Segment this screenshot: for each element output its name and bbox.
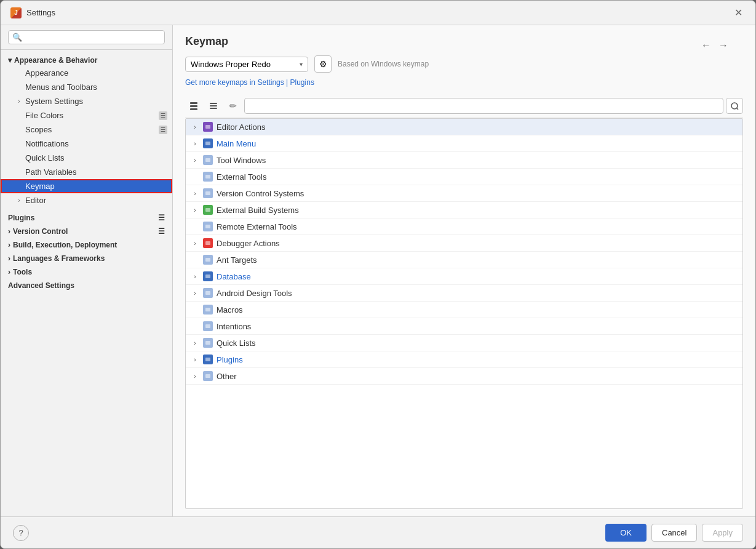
blue-folder-icon [203,138,213,148]
sidebar-item-label: Languages & Frameworks [13,254,105,263]
cancel-button[interactable]: Cancel [651,524,697,542]
keymap-row[interactable]: Ant Targets [186,252,742,268]
keymap-row[interactable]: Macros [186,302,742,318]
title-bar-left: J Settings [10,7,55,18]
sidebar-item-editor[interactable]: › Editor [1,193,172,207]
keymap-row[interactable]: ›Editor Actions [186,119,742,135]
folder-folder-icon [203,371,213,381]
sidebar-section-label: Appearance & Behavior [14,56,97,65]
settings-dialog: J Settings ✕ 🔍 ▾ Appearance & Behavior [0,0,756,549]
app-icon: J [10,7,22,18]
keymap-item-label: Editor Actions [217,122,738,132]
keymap-item-label: Other [217,372,738,381]
keymap-item-label: Main Menu [217,139,738,148]
main-content: Keymap ← → Windows Proper Redo ▾ ⚙ Based… [173,25,755,516]
chevron-down-icon: ▾ [8,56,12,65]
sidebar-item-appearance[interactable]: Appearance [1,66,172,80]
svg-rect-12 [205,191,210,195]
sidebar-item-system-settings[interactable]: › System Settings [1,94,172,108]
chevron-right-icon: › [8,254,10,263]
sidebar-item-label: File Colors [25,111,156,120]
sidebar-item-label: Appearance [25,68,167,78]
keymap-row[interactable]: ›Debugger Actions [186,235,742,252]
sidebar-item-label: Plugins [8,214,34,222]
sidebar-tree: ▾ Appearance & Behavior Appearance Menus… [1,50,172,516]
ok-button[interactable]: OK [605,524,647,542]
sidebar-item-build-execution[interactable]: › Build, Execution, Deployment [1,237,172,250]
find-shortcut-icon [730,102,739,110]
keymap-row[interactable]: ›Main Menu [186,135,742,152]
spacer [15,84,23,91]
keymap-row[interactable]: Remote External Tools [186,218,742,235]
svg-rect-4 [210,105,217,106]
badge-icon: ☰ [158,227,165,236]
sidebar-item-scopes[interactable]: Scopes ☰ [1,122,172,137]
nav-forward-button[interactable]: → [716,38,731,54]
svg-rect-0 [190,102,197,104]
folder-folder-icon [203,338,213,348]
close-button[interactable]: ✕ [731,6,746,20]
chevron-right-icon: › [191,239,199,247]
keymap-row[interactable]: ›Version Control Systems [186,185,742,202]
keymap-item-label: Tool Windows [217,156,738,165]
keymap-item-label: Intentions [217,322,738,331]
badge-icon: ☰ [159,111,167,120]
search-wrap[interactable]: 🔍 [8,30,165,44]
svg-rect-10 [205,158,210,162]
keymap-gear-button[interactable]: ⚙ [314,55,332,73]
sidebar-item-notifications[interactable]: Notifications [1,137,172,151]
sidebar-item-advanced-settings[interactable]: Advanced Settings [1,278,172,291]
keymap-row[interactable]: ›Tool Windows [186,152,742,169]
sidebar-item-keymap[interactable]: Keymap [1,179,172,193]
keymap-row[interactable]: ›Database [186,268,742,285]
badge-icon: ☰ [158,214,165,222]
sidebar-item-quick-lists[interactable]: Quick Lists [1,151,172,165]
sidebar-item-plugins[interactable]: Plugins ☰ [1,210,172,223]
blue-folder-icon [203,271,213,281]
help-button[interactable]: ? [13,525,29,541]
keymap-row[interactable]: External Tools [186,169,742,185]
keymap-row[interactable]: Intentions [186,318,742,335]
sidebar-item-languages-frameworks[interactable]: › Languages & Frameworks [1,250,172,264]
keymap-row[interactable]: ›External Build Systems [186,202,742,218]
spacer [15,70,23,77]
content-header: Keymap ← → Windows Proper Redo ▾ ⚙ Based… [173,25,755,118]
keymap-item-label: Quick Lists [217,339,738,348]
keymap-tree: ›Editor Actions›Main Menu›Tool Windows E… [185,118,743,509]
sidebar-item-menus-toolbars[interactable]: Menus and Toolbars [1,80,172,94]
sidebar-item-version-control[interactable]: › Version Control ☰ [1,223,172,237]
keymap-search-input[interactable] [244,98,723,114]
svg-rect-15 [205,241,210,245]
apply-button[interactable]: Apply [702,524,743,542]
keymap-row[interactable]: ›Quick Lists [186,335,742,351]
sidebar-search-input[interactable] [25,33,161,42]
based-on-label: Based on Windows keymap [338,60,429,68]
keymap-row[interactable]: ›Plugins [186,351,742,368]
sidebar-item-appearance-behavior[interactable]: ▾ Appearance & Behavior [1,52,172,66]
expand-all-button[interactable] [185,98,202,113]
keymap-item-label: Plugins [217,355,738,364]
sidebar-item-label: Notifications [25,139,167,148]
sidebar-item-path-variables[interactable]: Path Variables [1,165,172,179]
nav-back-button[interactable]: ← [699,38,714,54]
folder-folder-icon [203,172,213,182]
sidebar-item-tools[interactable]: › Tools [1,264,172,278]
chevron-right-icon: › [191,189,199,198]
find-shortcut-button[interactable] [726,98,743,114]
collapse-all-icon [209,102,218,110]
spacer [15,140,23,148]
collapse-all-button[interactable] [205,98,222,113]
edit-keymap-button[interactable]: ✏ [225,98,242,113]
chevron-spacer [191,222,199,231]
sidebar-item-file-colors[interactable]: File Colors ☰ [1,108,172,122]
get-more-link[interactable]: Get more keymaps in Settings | Plugins [185,78,314,87]
keymap-row[interactable]: ›Android Design Tools [186,285,742,302]
keymap-row[interactable]: ›Other [186,368,742,385]
chevron-right-icon: › [191,156,199,164]
chevron-right-icon: › [8,268,10,276]
keymap-controls: Windows Proper Redo ▾ ⚙ Based on Windows… [185,55,743,73]
svg-line-7 [737,108,739,110]
red-folder-icon [203,238,213,248]
sidebar-item-label: Advanced Settings [8,281,74,290]
keymap-dropdown[interactable]: Windows Proper Redo ▾ [185,57,308,72]
